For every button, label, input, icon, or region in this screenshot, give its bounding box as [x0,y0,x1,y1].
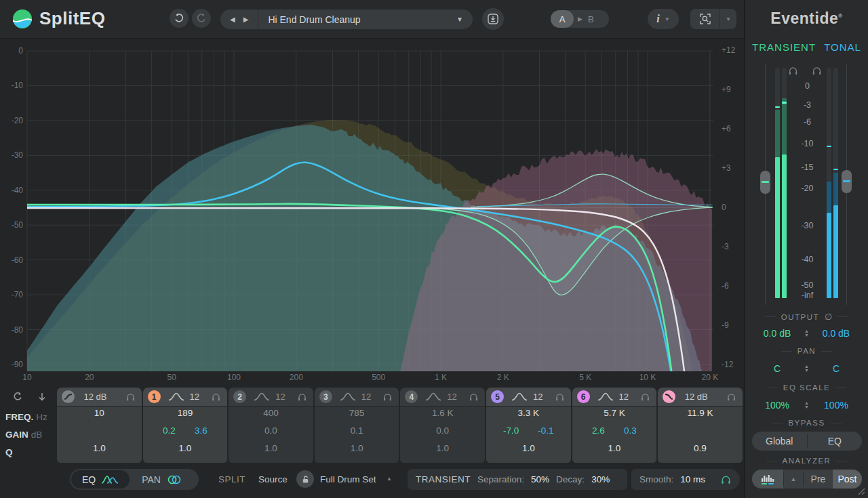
band-6-chip[interactable]: 612 [572,388,657,406]
band-5-gain-tonal[interactable]: -0.1 [538,426,553,436]
band-5-freq[interactable]: 3.3 K [486,408,571,418]
band-1-gain[interactable]: 0.23.6 [143,426,228,436]
band-5-gain[interactable]: -7.0-0.1 [486,426,571,436]
band-2-q[interactable]: 1.0 [229,443,313,453]
band-4-gain[interactable]: 0.0 [400,426,485,436]
separation-value[interactable]: 50% [531,474,549,484]
band-3-freq[interactable]: 785 [315,408,399,418]
preset-name[interactable]: Hi End Drum Cleanup [258,14,456,25]
band-3-solo-headphones-icon[interactable] [382,392,393,402]
pan-tab[interactable]: PAN [130,474,195,485]
save-preset-button[interactable] [482,8,504,30]
band-6-gain-transient[interactable]: 2.6 [592,426,605,436]
pan-transient-value[interactable]: C [760,363,795,374]
preset-next-button[interactable]: ▶ [243,16,249,23]
band-lp-chip[interactable]: 12 dB [658,388,743,406]
source-caret-icon[interactable]: ▲ [387,476,392,482]
reset-bands-icon[interactable] [12,392,23,402]
band-3-chip[interactable]: 312 [315,388,399,406]
band-5-chip[interactable]: 512 [486,388,571,406]
band-4-q[interactable]: 1.0 [400,443,485,453]
eq-tab[interactable]: EQ [71,470,130,489]
band-6-freq[interactable]: 5.7 K [572,408,657,418]
band-1-badge[interactable]: 1 [148,390,161,403]
window-resize-grip[interactable] [856,486,865,495]
smooth-value[interactable]: 10 ms [680,474,705,484]
band-4-chip[interactable]: 412 [400,388,485,406]
source-value[interactable]: Full Drum Set [320,474,376,484]
band-lp-slope[interactable]: 12 dB [685,392,708,402]
output-link-stepper[interactable]: ▲▼ [804,329,809,337]
preset-dropdown-caret[interactable]: ▼ [456,16,473,23]
eq-scale-tonal-value[interactable]: 100% [818,400,854,411]
band-3-q[interactable]: 1.0 [315,443,399,453]
band-hp-slope[interactable]: 12 dB [84,392,107,402]
undo-button[interactable] [170,9,189,28]
band-2-solo-headphones-icon[interactable] [297,392,307,402]
analyzer-pre-button[interactable]: Pre [804,470,833,489]
ab-b-button[interactable]: B [588,14,594,24]
window-scale-button[interactable] [690,9,720,29]
band-hp-q[interactable]: 1.0 [57,443,142,453]
bypass-eq-button[interactable]: EQ [808,432,863,451]
bypass-global-button[interactable]: Global [752,432,807,451]
band-6-slope[interactable]: 12 [619,392,629,402]
eq-scale-transient-value[interactable]: 100% [760,400,795,411]
output-transient-value[interactable]: 0.0 dB [760,328,795,339]
band-4-slope[interactable]: 12 [447,392,456,402]
band-lp-q[interactable]: 0.9 [658,443,743,453]
band-2-chip[interactable]: 212 [229,388,313,406]
output-tonal-value[interactable]: 0.0 dB [818,328,854,339]
band-6-solo-headphones-icon[interactable] [640,392,650,402]
band-5-slope[interactable]: 12 [533,392,542,402]
pan-tonal-value[interactable]: C [818,363,854,374]
pan-link-stepper[interactable]: ▲▼ [804,365,809,373]
band-1-q[interactable]: 1.0 [143,443,228,453]
band-1-chip[interactable]: 112 [143,388,228,406]
band-1-gain-transient[interactable]: 0.2 [163,426,176,436]
band-6-badge[interactable]: 6 [577,390,590,403]
band-lp-badge[interactable] [663,390,675,403]
band-4-badge[interactable]: 4 [405,390,418,403]
band-5-q[interactable]: 1.0 [486,443,571,453]
band-hp-chip[interactable]: 12 dB [57,388,142,406]
band-hp-badge[interactable] [62,390,75,403]
phase-invert-icon[interactable]: ∅ [825,312,832,322]
band-6-gain[interactable]: 2.60.3 [572,426,657,436]
tonal-gain-fader[interactable] [842,170,852,193]
collapse-bands-icon[interactable] [37,392,47,402]
band-6-gain-tonal[interactable]: 0.3 [624,426,637,436]
band-5-badge[interactable]: 5 [491,390,504,403]
ab-copy-arrow[interactable]: ▶ [578,16,583,22]
band-1-freq[interactable]: 189 [143,408,228,418]
band-lp-freq[interactable]: 11.9 K [658,408,743,418]
band-6-q[interactable]: 1.0 [572,443,657,453]
band-1-gain-tonal[interactable]: 3.6 [195,426,208,436]
analyzer-toggle-button[interactable] [752,470,783,489]
source-lock-button[interactable] [296,470,314,488]
info-button[interactable]: i ▼ [648,9,679,29]
ab-a-button[interactable]: A [551,10,574,28]
band-hp-solo-headphones-icon[interactable] [125,392,136,402]
transient-audition-headphones-icon[interactable] [720,474,732,485]
band-2-badge[interactable]: 2 [233,390,246,403]
band-2-freq[interactable]: 400 [229,408,313,418]
decay-value[interactable]: 30% [591,474,610,484]
band-4-solo-headphones-icon[interactable] [469,392,479,402]
transient-gain-fader[interactable] [760,171,770,194]
band-lp-solo-headphones-icon[interactable] [726,392,736,402]
band-1-slope[interactable]: 12 [190,392,199,402]
band-3-badge[interactable]: 3 [319,390,332,403]
band-1-solo-headphones-icon[interactable] [211,392,221,402]
preset-prev-button[interactable]: ◀ [230,16,235,23]
band-hp-freq[interactable]: 10 [57,408,142,418]
band-4-freq[interactable]: 1.6 K [400,408,485,418]
redo-button[interactable] [192,9,211,28]
band-2-gain[interactable]: 0.0 [229,426,313,436]
transient-audition-headphones-icon[interactable] [787,66,799,76]
analyzer-rise-button[interactable]: ▲ [784,470,803,489]
band-2-slope[interactable]: 12 [275,392,285,402]
band-3-slope[interactable]: 12 [361,392,371,402]
band-3-gain[interactable]: 0.1 [315,426,399,436]
eq-display[interactable]: 0-10-20-30-40-50-60-70-80-90+12+9+6+30-3… [0,39,744,423]
